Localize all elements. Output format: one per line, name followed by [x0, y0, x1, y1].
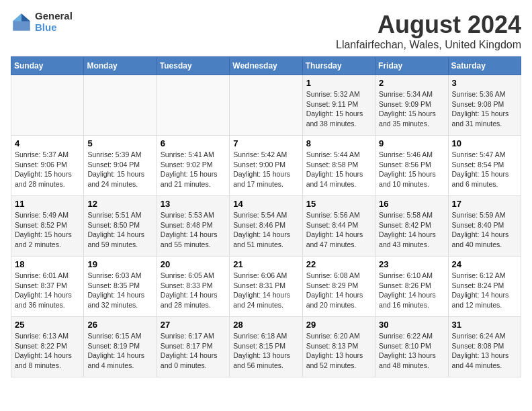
calendar-cell: 2Sunrise: 5:34 AM Sunset: 9:09 PM Daylig… [375, 75, 448, 136]
day-info: Sunrise: 6:01 AM Sunset: 8:37 PM Dayligh… [15, 271, 80, 310]
calendar-cell: 18Sunrise: 6:01 AM Sunset: 8:37 PM Dayli… [11, 257, 84, 317]
day-number: 30 [379, 320, 444, 330]
day-info: Sunrise: 5:44 AM Sunset: 8:58 PM Dayligh… [306, 150, 371, 189]
title-area: August 2024 Llanfairfechan, Wales, Unite… [336, 11, 521, 51]
calendar-cell: 10Sunrise: 5:47 AM Sunset: 8:54 PM Dayli… [448, 136, 521, 196]
day-number: 16 [379, 199, 444, 209]
day-info: Sunrise: 6:17 AM Sunset: 8:17 PM Dayligh… [161, 331, 226, 371]
main-title: August 2024 [336, 11, 521, 39]
column-header-sunday: Sunday [11, 57, 84, 75]
day-info: Sunrise: 5:46 AM Sunset: 8:56 PM Dayligh… [379, 150, 444, 189]
day-info: Sunrise: 5:58 AM Sunset: 8:42 PM Dayligh… [379, 210, 444, 250]
calendar-cell: 1Sunrise: 5:32 AM Sunset: 9:11 PM Daylig… [302, 75, 375, 136]
calendar-table: SundayMondayTuesdayWednesdayThursdayFrid… [11, 56, 521, 377]
column-header-thursday: Thursday [302, 57, 375, 75]
day-info: Sunrise: 5:32 AM Sunset: 9:11 PM Dayligh… [306, 89, 371, 129]
logo: General Blue [11, 11, 73, 33]
day-number: 12 [87, 199, 152, 209]
day-info: Sunrise: 5:37 AM Sunset: 9:06 PM Dayligh… [15, 150, 80, 189]
subtitle: Llanfairfechan, Wales, United Kingdom [336, 39, 521, 51]
day-info: Sunrise: 6:22 AM Sunset: 8:10 PM Dayligh… [379, 331, 444, 371]
calendar-cell [84, 75, 157, 136]
logo-blue-text: Blue [35, 22, 73, 34]
column-header-friday: Friday [375, 57, 448, 75]
day-number: 10 [452, 138, 517, 148]
calendar-cell: 25Sunrise: 6:13 AM Sunset: 8:22 PM Dayli… [11, 317, 84, 377]
day-number: 27 [161, 320, 226, 330]
week-row-5: 25Sunrise: 6:13 AM Sunset: 8:22 PM Dayli… [11, 317, 521, 377]
logo-icon [11, 11, 32, 33]
calendar-cell: 9Sunrise: 5:46 AM Sunset: 8:56 PM Daylig… [375, 136, 448, 196]
day-number: 8 [306, 138, 371, 148]
calendar-cell: 14Sunrise: 5:54 AM Sunset: 8:46 PM Dayli… [230, 196, 302, 257]
day-info: Sunrise: 5:51 AM Sunset: 8:50 PM Dayligh… [87, 210, 152, 250]
column-header-saturday: Saturday [448, 57, 521, 75]
calendar-cell: 17Sunrise: 5:59 AM Sunset: 8:40 PM Dayli… [448, 196, 521, 257]
header-row: SundayMondayTuesdayWednesdayThursdayFrid… [11, 57, 521, 75]
calendar-cell: 4Sunrise: 5:37 AM Sunset: 9:06 PM Daylig… [11, 136, 84, 196]
calendar-cell: 11Sunrise: 5:49 AM Sunset: 8:52 PM Dayli… [11, 196, 84, 257]
day-info: Sunrise: 6:18 AM Sunset: 8:15 PM Dayligh… [233, 331, 298, 371]
day-number: 23 [379, 259, 444, 269]
day-info: Sunrise: 5:53 AM Sunset: 8:48 PM Dayligh… [161, 210, 226, 250]
day-info: Sunrise: 5:42 AM Sunset: 9:00 PM Dayligh… [233, 150, 298, 189]
calendar-cell: 27Sunrise: 6:17 AM Sunset: 8:17 PM Dayli… [157, 317, 229, 377]
calendar-cell: 26Sunrise: 6:15 AM Sunset: 8:19 PM Dayli… [84, 317, 157, 377]
day-info: Sunrise: 5:49 AM Sunset: 8:52 PM Dayligh… [15, 210, 80, 250]
calendar-cell [11, 75, 84, 136]
day-info: Sunrise: 5:36 AM Sunset: 9:08 PM Dayligh… [452, 89, 517, 129]
day-number: 21 [233, 259, 298, 269]
calendar-cell: 6Sunrise: 5:41 AM Sunset: 9:02 PM Daylig… [157, 136, 229, 196]
calendar-cell: 19Sunrise: 6:03 AM Sunset: 8:35 PM Dayli… [84, 257, 157, 317]
calendar-cell: 3Sunrise: 5:36 AM Sunset: 9:08 PM Daylig… [448, 75, 521, 136]
calendar-cell [230, 75, 302, 136]
day-info: Sunrise: 6:15 AM Sunset: 8:19 PM Dayligh… [87, 331, 152, 371]
calendar-cell: 20Sunrise: 6:05 AM Sunset: 8:33 PM Dayli… [157, 257, 229, 317]
day-info: Sunrise: 5:59 AM Sunset: 8:40 PM Dayligh… [452, 210, 517, 250]
week-row-2: 4Sunrise: 5:37 AM Sunset: 9:06 PM Daylig… [11, 136, 521, 196]
calendar-cell: 8Sunrise: 5:44 AM Sunset: 8:58 PM Daylig… [302, 136, 375, 196]
week-row-4: 18Sunrise: 6:01 AM Sunset: 8:37 PM Dayli… [11, 257, 521, 317]
day-info: Sunrise: 5:34 AM Sunset: 9:09 PM Dayligh… [379, 89, 444, 129]
day-info: Sunrise: 6:03 AM Sunset: 8:35 PM Dayligh… [87, 271, 152, 310]
day-info: Sunrise: 6:20 AM Sunset: 8:13 PM Dayligh… [306, 331, 371, 371]
day-number: 25 [15, 320, 80, 330]
day-number: 22 [306, 259, 371, 269]
day-info: Sunrise: 5:39 AM Sunset: 9:04 PM Dayligh… [87, 150, 152, 189]
column-header-wednesday: Wednesday [230, 57, 302, 75]
day-number: 15 [306, 199, 371, 209]
calendar-cell: 30Sunrise: 6:22 AM Sunset: 8:10 PM Dayli… [375, 317, 448, 377]
day-number: 3 [452, 78, 517, 88]
day-number: 9 [379, 138, 444, 148]
day-number: 31 [452, 320, 517, 330]
week-row-3: 11Sunrise: 5:49 AM Sunset: 8:52 PM Dayli… [11, 196, 521, 257]
day-info: Sunrise: 6:13 AM Sunset: 8:22 PM Dayligh… [15, 331, 80, 371]
day-number: 6 [161, 138, 226, 148]
day-number: 4 [15, 138, 80, 148]
day-number: 26 [87, 320, 152, 330]
day-info: Sunrise: 5:56 AM Sunset: 8:44 PM Dayligh… [306, 210, 371, 250]
day-number: 29 [306, 320, 371, 330]
day-number: 28 [233, 320, 298, 330]
day-number: 7 [233, 138, 298, 148]
calendar-cell: 16Sunrise: 5:58 AM Sunset: 8:42 PM Dayli… [375, 196, 448, 257]
day-number: 2 [379, 78, 444, 88]
calendar-cell: 5Sunrise: 5:39 AM Sunset: 9:04 PM Daylig… [84, 136, 157, 196]
logo-general-text: General [35, 11, 73, 22]
week-row-1: 1Sunrise: 5:32 AM Sunset: 9:11 PM Daylig… [11, 75, 521, 136]
day-number: 1 [306, 78, 371, 88]
day-info: Sunrise: 5:54 AM Sunset: 8:46 PM Dayligh… [233, 210, 298, 250]
day-info: Sunrise: 6:05 AM Sunset: 8:33 PM Dayligh… [161, 271, 226, 310]
day-info: Sunrise: 6:08 AM Sunset: 8:29 PM Dayligh… [306, 271, 371, 310]
calendar-cell: 22Sunrise: 6:08 AM Sunset: 8:29 PM Dayli… [302, 257, 375, 317]
calendar-cell: 12Sunrise: 5:51 AM Sunset: 8:50 PM Dayli… [84, 196, 157, 257]
column-header-monday: Monday [84, 57, 157, 75]
calendar-cell: 21Sunrise: 6:06 AM Sunset: 8:31 PM Dayli… [230, 257, 302, 317]
day-number: 13 [161, 199, 226, 209]
day-info: Sunrise: 6:10 AM Sunset: 8:26 PM Dayligh… [379, 271, 444, 310]
day-number: 11 [15, 199, 80, 209]
calendar-cell: 24Sunrise: 6:12 AM Sunset: 8:24 PM Dayli… [448, 257, 521, 317]
day-info: Sunrise: 5:47 AM Sunset: 8:54 PM Dayligh… [452, 150, 517, 189]
header: General Blue August 2024 Llanfairfechan,… [11, 11, 521, 51]
calendar-cell: 23Sunrise: 6:10 AM Sunset: 8:26 PM Dayli… [375, 257, 448, 317]
